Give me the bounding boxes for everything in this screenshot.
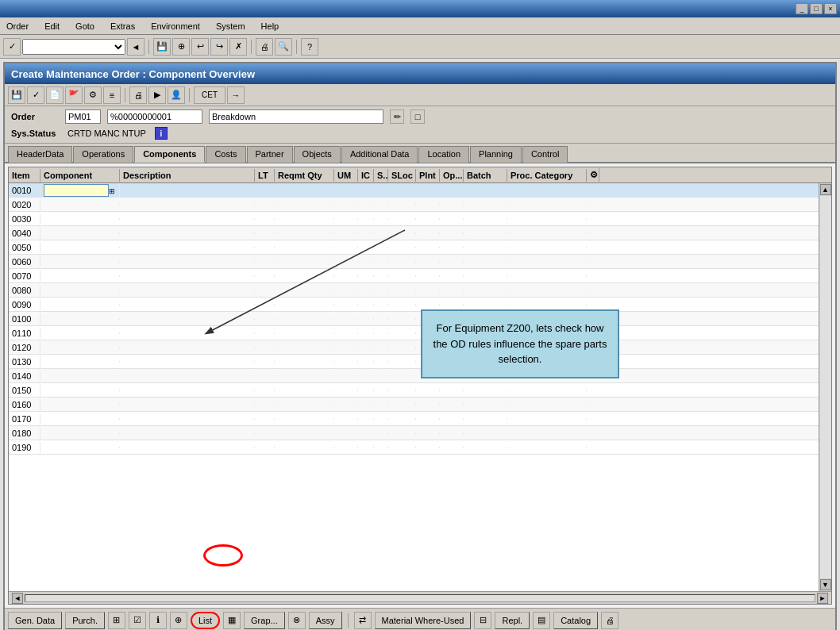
td-plnt[interactable] bbox=[416, 204, 440, 206]
bt-icon8[interactable]: ⊟ bbox=[474, 612, 491, 629]
order-desc-field[interactable] bbox=[209, 109, 383, 124]
td-batch[interactable] bbox=[464, 390, 507, 391]
tab-components[interactable]: Components bbox=[134, 146, 205, 163]
td-sloc[interactable] bbox=[388, 404, 416, 405]
table-row[interactable]: 0070 bbox=[9, 269, 819, 283]
td-description[interactable] bbox=[120, 332, 255, 334]
td-lt[interactable] bbox=[255, 375, 275, 377]
vertical-scrollbar[interactable]: ▲ ▼ bbox=[819, 183, 831, 591]
table-row[interactable]: 0190 bbox=[9, 440, 819, 455]
td-batch[interactable] bbox=[464, 447, 507, 448]
td-plnt[interactable] bbox=[416, 432, 440, 434]
td-component[interactable] bbox=[40, 304, 120, 305]
td-op[interactable] bbox=[440, 275, 464, 277]
td-proc[interactable] bbox=[507, 218, 587, 220]
td-proc[interactable] bbox=[507, 432, 587, 434]
td-plnt[interactable] bbox=[416, 275, 440, 277]
td-batch[interactable] bbox=[464, 190, 507, 191]
td-lt[interactable] bbox=[255, 218, 275, 220]
td-plnt[interactable] bbox=[416, 218, 440, 220]
td-description[interactable] bbox=[120, 361, 255, 363]
td-um[interactable] bbox=[334, 447, 358, 448]
td-component[interactable]: ⊞ bbox=[40, 183, 120, 198]
td-description[interactable] bbox=[120, 247, 255, 248]
td-description[interactable] bbox=[120, 318, 255, 320]
td-description[interactable] bbox=[120, 261, 255, 263]
td-lt[interactable] bbox=[255, 447, 275, 448]
td-lt[interactable] bbox=[255, 232, 275, 234]
td-proc[interactable] bbox=[507, 404, 587, 405]
print-icon[interactable]: 🖨 bbox=[256, 38, 273, 56]
bt-icon10[interactable]: 🖨 bbox=[601, 612, 618, 629]
tab-partner[interactable]: Partner bbox=[247, 146, 293, 163]
td-reqmt[interactable] bbox=[275, 432, 334, 434]
td-component[interactable] bbox=[40, 218, 120, 220]
td-batch[interactable] bbox=[464, 290, 507, 291]
tab-headerdata[interactable]: HeaderData bbox=[8, 146, 72, 163]
td-op[interactable] bbox=[440, 418, 464, 420]
minimize-button[interactable]: _ bbox=[796, 3, 808, 14]
td-um[interactable] bbox=[334, 418, 358, 420]
nav-back-icon[interactable]: ◄ bbox=[127, 38, 144, 56]
td-sloc[interactable] bbox=[388, 432, 416, 434]
td-op[interactable] bbox=[440, 290, 464, 291]
table-row[interactable]: 0120 bbox=[9, 340, 819, 355]
td-reqmt[interactable] bbox=[275, 304, 334, 305]
td-reqmt[interactable] bbox=[275, 290, 334, 291]
td-op[interactable] bbox=[440, 247, 464, 248]
td-plnt[interactable] bbox=[416, 304, 440, 305]
td-proc[interactable] bbox=[507, 204, 587, 206]
redo-icon[interactable]: ↪ bbox=[210, 38, 228, 56]
td-description[interactable] bbox=[120, 204, 255, 206]
td-op[interactable] bbox=[440, 432, 464, 434]
save-icon[interactable]: 💾 bbox=[153, 38, 171, 56]
td-description[interactable] bbox=[120, 418, 255, 420]
td-component[interactable] bbox=[40, 275, 120, 277]
td-sloc[interactable] bbox=[388, 261, 416, 263]
td-um[interactable] bbox=[334, 204, 358, 206]
td-proc[interactable] bbox=[507, 418, 587, 420]
td-component[interactable] bbox=[40, 290, 120, 291]
td-lt[interactable] bbox=[255, 390, 275, 391]
assy-button[interactable]: Assy bbox=[309, 612, 342, 629]
td-sloc[interactable] bbox=[388, 247, 416, 248]
wt-save-icon[interactable]: 💾 bbox=[8, 86, 25, 104]
td-ic[interactable] bbox=[358, 332, 374, 334]
td-description[interactable] bbox=[120, 304, 255, 305]
td-description[interactable] bbox=[120, 232, 255, 234]
scroll-down-button[interactable]: ▼ bbox=[820, 579, 831, 590]
order-type-field[interactable] bbox=[65, 109, 101, 124]
td-ic[interactable] bbox=[358, 418, 374, 420]
td-um[interactable] bbox=[334, 290, 358, 291]
td-description[interactable] bbox=[120, 447, 255, 448]
table-row[interactable]: 0010⊞ bbox=[9, 183, 819, 198]
table-row[interactable]: 0030 bbox=[9, 212, 819, 226]
td-reqmt[interactable] bbox=[275, 232, 334, 234]
td-sloc[interactable] bbox=[388, 290, 416, 291]
td-um[interactable] bbox=[334, 404, 358, 405]
td-lt[interactable] bbox=[255, 361, 275, 363]
order-detail-icon[interactable]: □ bbox=[410, 109, 425, 124]
graph-button[interactable]: Grap... bbox=[244, 612, 285, 629]
td-s[interactable] bbox=[374, 318, 388, 320]
menu-extras[interactable]: Extras bbox=[107, 20, 138, 33]
td-sloc[interactable] bbox=[388, 204, 416, 206]
command-field[interactable] bbox=[22, 39, 125, 55]
td-lt[interactable] bbox=[255, 261, 275, 263]
td-sloc[interactable] bbox=[388, 304, 416, 305]
td-sloc[interactable] bbox=[388, 318, 416, 320]
td-lt[interactable] bbox=[255, 404, 275, 405]
wt-list-icon[interactable]: ≡ bbox=[103, 86, 121, 104]
gen-data-button[interactable]: Gen. Data bbox=[8, 612, 62, 629]
td-lt[interactable] bbox=[255, 347, 275, 348]
td-sloc[interactable] bbox=[388, 347, 416, 348]
tab-costs[interactable]: Costs bbox=[206, 146, 245, 163]
td-um[interactable] bbox=[334, 390, 358, 391]
td-lt[interactable] bbox=[255, 204, 275, 206]
td-batch[interactable] bbox=[464, 204, 507, 206]
td-ic[interactable] bbox=[358, 404, 374, 405]
td-reqmt[interactable] bbox=[275, 447, 334, 448]
shortcut-icon[interactable]: ⊕ bbox=[172, 38, 190, 56]
menu-order[interactable]: Order bbox=[3, 20, 32, 33]
td-plnt[interactable] bbox=[416, 261, 440, 263]
